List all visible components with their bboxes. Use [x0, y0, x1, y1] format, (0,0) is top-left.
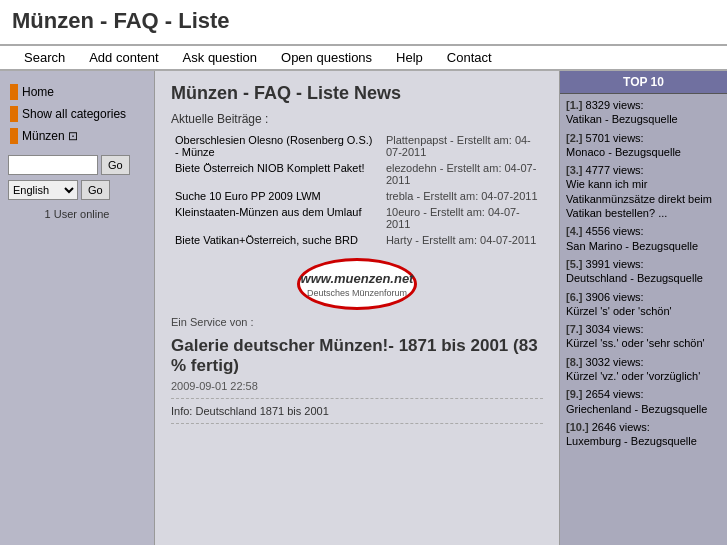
- news-link-2[interactable]: Suche 10 Euro PP 2009 LWM: [175, 190, 321, 202]
- top10-views-8: 3032 views:: [586, 356, 644, 368]
- search-input[interactable]: [8, 155, 98, 175]
- news-meta-3: 10euro - Erstellt am: 04-07-2011: [386, 206, 520, 230]
- top10-views-7: 3034 views:: [586, 323, 644, 335]
- list-item: [9.] 2654 views: Griechenland - Bezugsqu…: [566, 387, 721, 416]
- sidebar-item-munzen[interactable]: Münzen ⊡: [8, 125, 146, 147]
- top10-rank-4: [4.]: [566, 225, 583, 237]
- online-count: 1 User online: [8, 208, 146, 220]
- table-row: Biete Vatikan+Österreich, suche BRD Hart…: [171, 232, 543, 248]
- aktuelle-label: Aktuelle Beiträge :: [171, 112, 543, 126]
- main-content: Münzen - FAQ - Liste News Aktuelle Beitr…: [155, 71, 559, 545]
- top10-link-3[interactable]: Wie kann ich mir Vatikanmünzsätze direkt…: [566, 178, 712, 219]
- list-item: [6.] 3906 views: Kürzel 's' oder 'schön': [566, 290, 721, 319]
- news-link-3[interactable]: Kleinstaaten-Münzen aus dem Umlauf: [175, 206, 361, 218]
- nav-add-content[interactable]: Add content: [77, 46, 170, 69]
- table-row: Biete Österreich NIOB Komplett Paket! el…: [171, 160, 543, 188]
- logo-text: www.muenzen.net: [301, 271, 414, 286]
- table-row: Kleinstaaten-Münzen aus dem Umlauf 10eur…: [171, 204, 543, 232]
- news-meta-4: Harty - Erstellt am: 04-07-2011: [386, 234, 536, 246]
- news-link-0[interactable]: Oberschlesien Olesno (Rosenberg O.S.) - …: [175, 134, 372, 158]
- news-link-4[interactable]: Biete Vatikan+Österreich, suche BRD: [175, 234, 358, 246]
- nav-search[interactable]: Search: [12, 46, 77, 69]
- nav-open-questions[interactable]: Open questions: [269, 46, 384, 69]
- gallery-title: Galerie deutscher Münzen!- 1871 bis 2001…: [171, 336, 543, 376]
- content-title: Münzen - FAQ - Liste News: [171, 83, 543, 104]
- list-item: [5.] 3991 views: Deutschland - Bezugsque…: [566, 257, 721, 286]
- page-title: Münzen - FAQ - Liste: [12, 8, 715, 34]
- list-item: [7.] 3034 views: Kürzel 'ss.' oder 'sehr…: [566, 322, 721, 351]
- list-item: [1.] 8329 views: Vatikan - Bezugsquelle: [566, 98, 721, 127]
- news-meta-0: Plattenpapst - Erstellt am: 04-07-2011: [386, 134, 531, 158]
- top10-views-10: 2646 views:: [592, 421, 650, 433]
- list-item: [3.] 4777 views: Wie kann ich mir Vatika…: [566, 163, 721, 220]
- search-go-button[interactable]: Go: [101, 155, 130, 175]
- top10-link-2[interactable]: Monaco - Bezugsquelle: [566, 146, 681, 158]
- top10-views-9: 2654 views:: [586, 388, 644, 400]
- table-row: Oberschlesien Olesno (Rosenberg O.S.) - …: [171, 132, 543, 160]
- top10-views-6: 3906 views:: [586, 291, 644, 303]
- logo-circle: www.muenzen.net Deutsches Münzenforum: [297, 258, 417, 310]
- muenzen-logo: www.muenzen.net Deutsches Münzenforum: [171, 258, 543, 310]
- divider2: [171, 423, 543, 424]
- top10-link-7[interactable]: Kürzel 'ss.' oder 'sehr schön': [566, 337, 705, 349]
- service-text: Ein Service von :: [171, 316, 543, 328]
- nav-contact[interactable]: Contact: [435, 46, 504, 69]
- top10-views-1: 8329 views:: [586, 99, 644, 111]
- top10-list: [1.] 8329 views: Vatikan - Bezugsquelle …: [560, 94, 727, 457]
- list-item: [8.] 3032 views: Kürzel 'vz.' oder 'vorz…: [566, 355, 721, 384]
- top10-link-8[interactable]: Kürzel 'vz.' oder 'vorzüglich': [566, 370, 700, 382]
- list-item: [10.] 2646 views: Luxemburg - Bezugsquel…: [566, 420, 721, 449]
- divider: [171, 398, 543, 399]
- nav-ask-question[interactable]: Ask question: [171, 46, 269, 69]
- top10-rank-10: [10.]: [566, 421, 589, 433]
- sidebar-lang-form: English Go: [8, 180, 146, 200]
- top10-views-5: 3991 views:: [586, 258, 644, 270]
- top10-sidebar: TOP 10 [1.] 8329 views: Vatikan - Bezugs…: [559, 71, 727, 545]
- list-item: [2.] 5701 views: Monaco - Bezugsquelle: [566, 131, 721, 160]
- gallery-date: 2009-09-01 22:58: [171, 380, 543, 392]
- top10-link-10[interactable]: Luxemburg - Bezugsquelle: [566, 435, 697, 447]
- sidebar-item-home[interactable]: Home: [8, 81, 146, 103]
- top10-views-2: 5701 views:: [586, 132, 644, 144]
- top10-link-6[interactable]: Kürzel 's' oder 'schön': [566, 305, 672, 317]
- news-link-1[interactable]: Biete Österreich NIOB Komplett Paket!: [175, 162, 365, 174]
- list-item: [4.] 4556 views: San Marino - Bezugsquel…: [566, 224, 721, 253]
- bullet-icon: [10, 106, 18, 122]
- news-meta-1: elezodehn - Erstellt am: 04-07-2011: [386, 162, 536, 186]
- top10-rank-5: [5.]: [566, 258, 583, 270]
- gallery-info: Info: Deutschland 1871 bis 2001: [171, 405, 543, 417]
- bullet-icon: [10, 84, 18, 100]
- sidebar-item-show-all[interactable]: Show all categories: [8, 103, 146, 125]
- top10-rank-7: [7.]: [566, 323, 583, 335]
- table-row: Suche 10 Euro PP 2009 LWM trebla - Erste…: [171, 188, 543, 204]
- top10-link-1[interactable]: Vatikan - Bezugsquelle: [566, 113, 678, 125]
- top10-link-9[interactable]: Griechenland - Bezugsquelle: [566, 403, 707, 415]
- nav-help[interactable]: Help: [384, 46, 435, 69]
- top10-views-3: 4777 views:: [586, 164, 644, 176]
- bullet-icon: [10, 128, 18, 144]
- top10-rank-1: [1.]: [566, 99, 583, 111]
- top10-link-5[interactable]: Deutschland - Bezugsquelle: [566, 272, 703, 284]
- top10-link-4[interactable]: San Marino - Bezugsquelle: [566, 240, 698, 252]
- language-select[interactable]: English: [8, 180, 78, 200]
- top10-rank-8: [8.]: [566, 356, 583, 368]
- news-table: Oberschlesien Olesno (Rosenberg O.S.) - …: [171, 132, 543, 248]
- top10-header: TOP 10: [560, 71, 727, 94]
- top10-views-4: 4556 views:: [586, 225, 644, 237]
- news-meta-2: trebla - Erstellt am: 04-07-2011: [386, 190, 538, 202]
- sidebar: Home Show all categories Münzen ⊡ Go Eng…: [0, 71, 155, 545]
- sidebar-search-form: Go: [8, 155, 146, 175]
- top10-rank-6: [6.]: [566, 291, 583, 303]
- top10-rank-9: [9.]: [566, 388, 583, 400]
- top10-rank-2: [2.]: [566, 132, 583, 144]
- lang-go-button[interactable]: Go: [81, 180, 110, 200]
- logo-sub: Deutsches Münzenforum: [307, 288, 407, 298]
- top10-rank-3: [3.]: [566, 164, 583, 176]
